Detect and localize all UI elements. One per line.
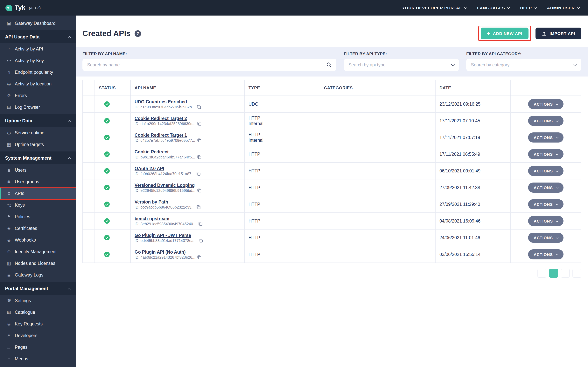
sidebar-item-menus[interactable]: ≡ Menus <box>0 353 76 365</box>
topbar-menu-admin-user[interactable]: ADMIN USER <box>547 5 579 10</box>
copy-icon[interactable] <box>197 105 201 109</box>
copy-icon[interactable] <box>198 222 202 226</box>
sidebar-item-identity-management[interactable]: ⊕ Identity Management <box>0 246 76 258</box>
actions-cell: ACTIONS <box>510 230 581 246</box>
api-name-link[interactable]: Go Plugin API (No Auth) <box>135 250 186 254</box>
sidebar-item-activity-by-key[interactable]: ⊶ Activity by Key <box>0 55 76 67</box>
topbar-menu-your-developer-portal[interactable]: YOUR DEVELOPER PORTAL <box>402 5 467 10</box>
sidebar-item-activity-by-location[interactable]: ◎ Activity by location <box>0 78 76 90</box>
sidebar-item-users[interactable]: ♟ Users <box>0 164 76 176</box>
sidebar-item-catalogue[interactable]: ▧ Catalogue <box>0 306 76 318</box>
api-name-link[interactable]: Cookie Redirect <box>135 149 169 154</box>
copy-icon[interactable] <box>197 138 201 142</box>
sidebar-item-service-uptime[interactable]: ◴ Service uptime <box>0 127 76 139</box>
sidebar-section-api-usage-data[interactable]: API Usage Data <box>0 30 76 43</box>
api-name-link[interactable]: bench-upstream <box>135 216 169 221</box>
actions-button[interactable]: ACTIONS <box>528 166 563 176</box>
column-header-type: TYPE <box>245 80 320 96</box>
sidebar-item-activity-by-api[interactable]: ◔ Activity by API <box>0 43 76 55</box>
sidebar-item-apis[interactable]: ⚙ APIs <box>0 188 76 199</box>
date-cell: 06/10/2021 09:01:49 <box>436 163 510 179</box>
sidebar-item-settings[interactable]: ⚒ Settings <box>0 295 76 306</box>
sidebar-item-label: Activity by location <box>15 82 52 86</box>
page-1[interactable] <box>537 269 546 278</box>
api-name-link[interactable]: Versioned Dynamic Looping <box>135 183 195 187</box>
actions-button-label: ACTIONS <box>534 119 553 123</box>
actions-button[interactable]: ACTIONS <box>528 249 563 259</box>
api-name-link[interactable]: UDG Countries Enriched <box>135 99 187 104</box>
categories-cell <box>320 113 436 129</box>
column-header-api-name[interactable]: API NAME <box>131 80 245 96</box>
sidebar-item-errors[interactable]: ⊘ Errors <box>0 90 76 101</box>
app: Tyk (4.3.3) YOUR DEVELOPER PORTAL LANGUA… <box>0 0 588 367</box>
copy-icon[interactable] <box>197 255 202 259</box>
api-id-text: ID: ed445bb83a914ad17714378ea... <box>135 238 197 242</box>
copy-icon[interactable] <box>196 205 201 209</box>
copy-icon[interactable] <box>197 155 201 159</box>
actions-cell: ACTIONS <box>510 179 581 196</box>
location-icon: ◎ <box>6 81 12 86</box>
copy-icon[interactable] <box>196 171 201 176</box>
row-gutter-cell <box>83 213 95 229</box>
api-name-link[interactable]: Go Plugin API - JWT Parse <box>135 233 191 237</box>
copy-icon[interactable] <box>197 121 202 126</box>
sidebar-item-log-browser[interactable]: ▤ Log Browser <box>0 101 76 113</box>
import-api-button[interactable]: IMPORT API <box>536 28 581 39</box>
page-4[interactable] <box>572 269 581 278</box>
copy-icon[interactable] <box>197 188 202 192</box>
sidebar-item-pages[interactable]: ▱ Pages <box>0 341 76 353</box>
actions-button[interactable]: ACTIONS <box>528 233 563 243</box>
row-gutter-cell <box>83 96 95 112</box>
sidebar-item-key-requests[interactable]: ⊛ Key Requests <box>0 318 76 330</box>
actions-button[interactable]: ACTIONS <box>528 116 563 126</box>
sidebar-section-system-management[interactable]: System Management <box>0 151 76 164</box>
page-3[interactable] <box>561 269 570 278</box>
sidebar-item-webhooks[interactable]: ⊚ Webhooks <box>0 234 76 246</box>
api-name-link[interactable]: Version by Path <box>135 200 168 204</box>
actions-button[interactable]: ACTIONS <box>528 216 563 226</box>
search-by-name-input[interactable] <box>87 63 326 67</box>
sidebar-item-policies[interactable]: ⚑ Policies <box>0 211 76 223</box>
sidebar-item-uptime-targets[interactable]: ▦ Uptime targets <box>0 139 76 150</box>
sidebar-item-label: APIs <box>15 191 24 196</box>
sidebar-item-developers[interactable]: ♙ Developers <box>0 330 76 341</box>
api-name-link[interactable]: Cookie Redirect Target 1 <box>135 133 187 137</box>
type-value: HTTP <box>249 168 260 174</box>
sidebar-item-nodes-and-licenses[interactable]: ▥ Nodes and Licenses <box>0 258 76 269</box>
table-row: Versioned Dynamic Looping ID: e22945fc12… <box>83 179 581 196</box>
sidebar-item-endpoint-popularity[interactable]: ⋔ Endpoint popularity <box>0 67 76 78</box>
sidebar-item-gateway-dashboard[interactable]: ▣ Gateway Dashboard <box>0 17 76 29</box>
api-type-select[interactable]: Search by api type <box>344 59 459 71</box>
actions-button[interactable]: ACTIONS <box>528 183 563 193</box>
sidebar-section-label: API Usage Data <box>5 34 39 39</box>
actions-button[interactable]: ACTIONS <box>528 99 563 109</box>
sidebar-item-certificates[interactable]: ◈ Certificates <box>0 223 76 234</box>
policies-icon: ⚑ <box>6 214 12 219</box>
topbar-menu-help[interactable]: HELP <box>520 5 536 10</box>
actions-button[interactable]: ACTIONS <box>528 199 563 209</box>
api-name-cell: Version by Path ID: ccc9acdb5b8646f66b23… <box>131 196 245 212</box>
api-category-select[interactable]: Search by category <box>466 59 581 71</box>
actions-button[interactable]: ACTIONS <box>528 149 563 159</box>
import-api-label: IMPORT API <box>550 31 575 36</box>
sidebar-item-user-groups[interactable]: ⋒ User groups <box>0 176 76 188</box>
sidebar-item-gateway-logs[interactable]: ≣ Gateway Logs <box>0 269 76 281</box>
chevron-down-icon <box>555 152 558 155</box>
copy-icon[interactable] <box>199 238 203 242</box>
column-header-label: STATUS <box>99 85 116 90</box>
api-name-link[interactable]: Cookie Redirect Target 2 <box>135 116 187 121</box>
sidebar-item-keys[interactable]: ⌥ Keys <box>0 199 76 211</box>
sidebar-item-label: Gateway Logs <box>15 273 43 277</box>
page-2[interactable] <box>549 269 558 278</box>
column-header-label: API NAME <box>135 85 156 90</box>
api-name-link[interactable]: OAuth 2.0 API <box>135 166 164 171</box>
add-new-api-button[interactable]: + ADD NEW API <box>480 28 528 39</box>
sidebar-section-portal-management[interactable]: Portal Management <box>0 282 76 295</box>
help-icon[interactable]: ? <box>135 30 141 37</box>
filter-bar: FILTER BY API NAME: FILTER BY API TYPE: … <box>76 47 588 76</box>
actions-button[interactable]: ACTIONS <box>528 133 563 142</box>
topbar-menu-languages[interactable]: LANGUAGES <box>477 5 510 10</box>
type-cell: HTTP <box>245 163 320 179</box>
logo[interactable]: Tyk (4.3.3) <box>5 4 41 11</box>
sidebar-section-uptime-data[interactable]: Uptime Data <box>0 114 76 127</box>
